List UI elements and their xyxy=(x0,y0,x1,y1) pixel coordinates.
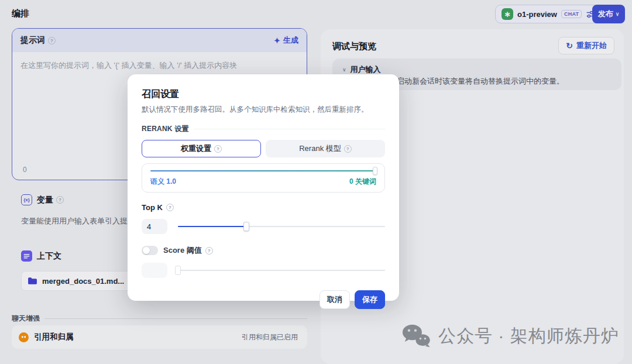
tab-rerank-model[interactable]: Rerank 模型 ? xyxy=(266,140,385,157)
top-k-slider-handle[interactable] xyxy=(243,222,249,231)
cancel-button[interactable]: 取消 xyxy=(320,290,350,309)
top-k-slider[interactable] xyxy=(178,222,385,231)
recall-settings-modal: 召回设置 默认情况下使用多路召回。从多个知识库中检索知识，然后重新排序。 RER… xyxy=(128,74,399,301)
rerank-label: RERANK 设置 xyxy=(142,124,189,134)
modal-title: 召回设置 xyxy=(142,88,385,101)
score-threshold-input[interactable] xyxy=(142,263,167,278)
score-threshold-section: Score 阈值 ? xyxy=(142,245,385,256)
keyword-weight-label: 0 关键词 xyxy=(349,177,376,187)
modal-description: 默认情况下使用多路召回。从多个知识库中检索知识，然后重新排序。 xyxy=(142,105,385,115)
score-threshold-label: Score 阈值 xyxy=(163,245,202,256)
weight-slider-handle[interactable] xyxy=(373,167,377,175)
help-icon[interactable]: ? xyxy=(214,145,222,153)
top-k-section: Top K ? xyxy=(142,203,385,212)
score-slider-handle xyxy=(175,266,181,275)
divider xyxy=(194,129,385,129)
help-icon[interactable]: ? xyxy=(205,247,213,255)
semantic-weight-label: 语义 1.0 xyxy=(150,177,176,187)
weight-slider[interactable] xyxy=(150,170,376,171)
top-k-input[interactable]: 4 xyxy=(142,219,167,234)
rerank-section-header: RERANK 设置 xyxy=(142,124,385,134)
help-icon[interactable]: ? xyxy=(344,145,352,153)
tab-weight-settings[interactable]: 权重设置 ? xyxy=(142,140,261,157)
score-threshold-slider xyxy=(178,266,385,275)
help-icon[interactable]: ? xyxy=(166,204,174,211)
save-button[interactable]: 保存 xyxy=(355,290,385,309)
top-k-label: Top K xyxy=(142,203,163,212)
rerank-tabs: 权重设置 ? Rerank 模型 ? xyxy=(142,140,385,157)
score-threshold-toggle[interactable] xyxy=(142,246,158,255)
app-window: 编排 ∗ o1-preview CHAT 发布 ∨ 提示词 ? xyxy=(0,0,632,364)
weight-slider-card: 语义 1.0 0 关键词 xyxy=(142,163,385,193)
